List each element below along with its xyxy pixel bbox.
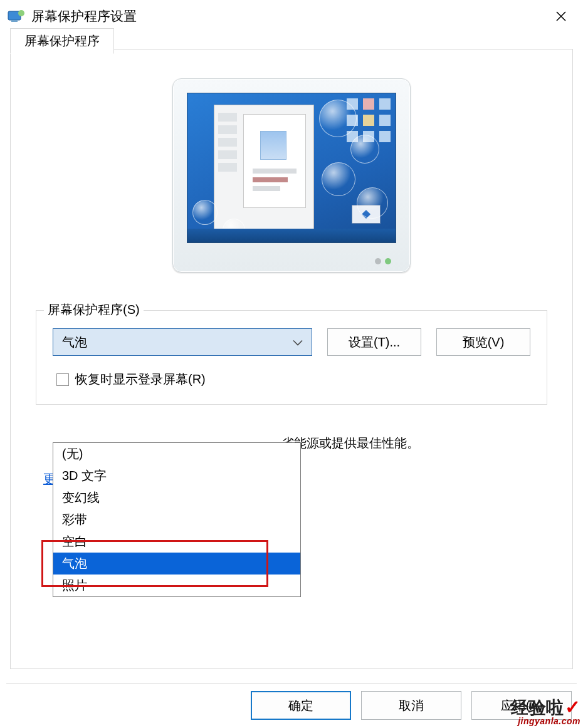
- dropdown-option[interactable]: 空白: [53, 531, 300, 553]
- dropdown-option[interactable]: (无): [53, 443, 300, 465]
- ok-button[interactable]: 确定: [251, 691, 351, 720]
- preview-monitor: [172, 78, 411, 273]
- svg-rect-1: [11, 20, 18, 22]
- dropdown-option[interactable]: 彩带: [53, 509, 300, 531]
- settings-button[interactable]: 设置(T)...: [327, 328, 421, 356]
- app-icon: [8, 9, 25, 24]
- dropdown-option[interactable]: 气泡: [53, 553, 300, 575]
- dialog-button-row: 确定 取消 应用(A): [6, 683, 577, 720]
- window-title: 屏幕保护程序设置: [31, 8, 547, 25]
- resume-label: 恢复时显示登录屏幕(R): [75, 371, 206, 388]
- screensaver-dropdown-list[interactable]: (无)3D 文字变幻线彩带空白气泡照片: [53, 442, 301, 597]
- close-button[interactable]: [547, 4, 575, 29]
- preview-screen: [187, 93, 396, 243]
- cancel-button[interactable]: 取消: [361, 691, 461, 720]
- dropdown-option[interactable]: 照片: [53, 575, 300, 596]
- watermark: 经验啦✓ jingyanla.com: [511, 698, 580, 725]
- screensaver-combobox[interactable]: 气泡: [53, 328, 312, 356]
- combobox-value: 气泡: [62, 334, 87, 351]
- screensaver-group: 屏幕保护程序(S) 气泡 设置(T)... 预览(V) 恢复时显示登录屏幕(R): [36, 310, 547, 405]
- dropdown-option[interactable]: 3D 文字: [53, 465, 300, 487]
- svg-point-2: [18, 10, 24, 16]
- watermark-brand: 经验啦: [511, 698, 564, 717]
- group-legend: 屏幕保护程序(S): [44, 301, 144, 318]
- tab-screensaver[interactable]: 屏幕保护程序: [10, 28, 114, 54]
- watermark-url: jingyanla.com: [511, 717, 580, 725]
- resume-checkbox[interactable]: [56, 373, 69, 386]
- close-icon: [555, 11, 567, 22]
- preview-button[interactable]: 预览(V): [436, 328, 530, 356]
- chevron-down-icon: [293, 335, 303, 350]
- check-icon: ✓: [565, 697, 580, 717]
- dropdown-option[interactable]: 变幻线: [53, 487, 300, 509]
